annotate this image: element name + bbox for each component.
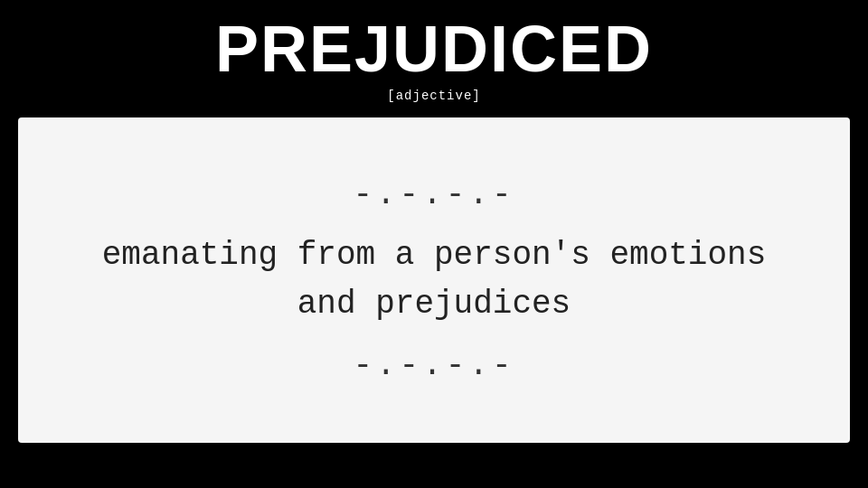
word-title: PREJUDICED [215, 16, 653, 81]
separator-top: -.-.-.- [353, 176, 514, 213]
definition-line2: and prejudices [297, 286, 571, 323]
header-section: PREJUDICED [adjective] [0, 0, 868, 112]
definition-line1: emanating from a person's emotions [102, 237, 767, 274]
part-of-speech-label: [adjective] [387, 89, 480, 103]
definition-card: -.-.-.- emanating from a person's emotio… [18, 117, 850, 443]
definition-text: emanating from a person's emotions and p… [102, 231, 767, 329]
separator-bottom: -.-.-.- [353, 347, 514, 384]
